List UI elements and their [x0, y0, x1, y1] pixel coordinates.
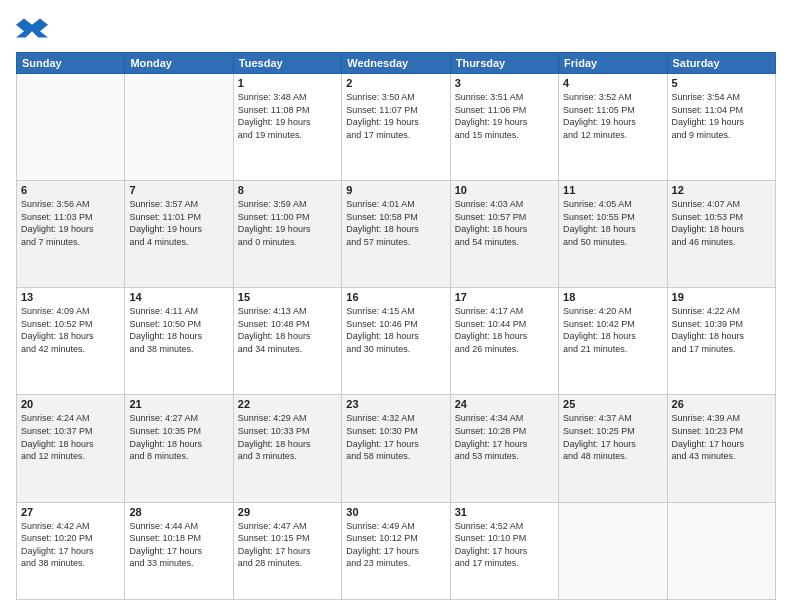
day-number: 25 — [563, 398, 662, 410]
day-number: 20 — [21, 398, 120, 410]
day-info: Sunrise: 3:51 AMSunset: 11:06 PMDaylight… — [455, 91, 554, 141]
calendar-cell: 18Sunrise: 4:20 AMSunset: 10:42 PMDaylig… — [559, 288, 667, 395]
weekday-header-wednesday: Wednesday — [342, 53, 450, 74]
calendar-cell: 13Sunrise: 4:09 AMSunset: 10:52 PMDaylig… — [17, 288, 125, 395]
calendar-cell: 25Sunrise: 4:37 AMSunset: 10:25 PMDaylig… — [559, 395, 667, 502]
day-info: Sunrise: 3:59 AMSunset: 11:00 PMDaylight… — [238, 198, 337, 248]
weekday-header-friday: Friday — [559, 53, 667, 74]
day-info: Sunrise: 4:44 AMSunset: 10:18 PMDaylight… — [129, 520, 228, 570]
calendar-cell: 30Sunrise: 4:49 AMSunset: 10:12 PMDaylig… — [342, 502, 450, 599]
day-number: 4 — [563, 77, 662, 89]
calendar-cell: 2Sunrise: 3:50 AMSunset: 11:07 PMDayligh… — [342, 74, 450, 181]
logo — [16, 12, 52, 44]
calendar-cell: 4Sunrise: 3:52 AMSunset: 11:05 PMDayligh… — [559, 74, 667, 181]
day-number: 2 — [346, 77, 445, 89]
day-info: Sunrise: 4:20 AMSunset: 10:42 PMDaylight… — [563, 305, 662, 355]
weekday-header-thursday: Thursday — [450, 53, 558, 74]
calendar-cell: 10Sunrise: 4:03 AMSunset: 10:57 PMDaylig… — [450, 181, 558, 288]
day-number: 10 — [455, 184, 554, 196]
calendar-cell: 27Sunrise: 4:42 AMSunset: 10:20 PMDaylig… — [17, 502, 125, 599]
day-number: 12 — [672, 184, 771, 196]
calendar-cell: 31Sunrise: 4:52 AMSunset: 10:10 PMDaylig… — [450, 502, 558, 599]
day-info: Sunrise: 4:37 AMSunset: 10:25 PMDaylight… — [563, 412, 662, 462]
day-info: Sunrise: 4:47 AMSunset: 10:15 PMDaylight… — [238, 520, 337, 570]
day-info: Sunrise: 4:32 AMSunset: 10:30 PMDaylight… — [346, 412, 445, 462]
day-number: 16 — [346, 291, 445, 303]
calendar-cell: 21Sunrise: 4:27 AMSunset: 10:35 PMDaylig… — [125, 395, 233, 502]
day-number: 15 — [238, 291, 337, 303]
weekday-header-sunday: Sunday — [17, 53, 125, 74]
day-info: Sunrise: 4:49 AMSunset: 10:12 PMDaylight… — [346, 520, 445, 570]
page: SundayMondayTuesdayWednesdayThursdayFrid… — [0, 0, 792, 612]
calendar-week-4: 20Sunrise: 4:24 AMSunset: 10:37 PMDaylig… — [17, 395, 776, 502]
day-info: Sunrise: 4:03 AMSunset: 10:57 PMDaylight… — [455, 198, 554, 248]
day-info: Sunrise: 4:05 AMSunset: 10:55 PMDaylight… — [563, 198, 662, 248]
day-number: 22 — [238, 398, 337, 410]
day-info: Sunrise: 4:39 AMSunset: 10:23 PMDaylight… — [672, 412, 771, 462]
header — [16, 12, 776, 44]
weekday-header-monday: Monday — [125, 53, 233, 74]
day-number: 18 — [563, 291, 662, 303]
calendar-week-5: 27Sunrise: 4:42 AMSunset: 10:20 PMDaylig… — [17, 502, 776, 599]
calendar-cell: 26Sunrise: 4:39 AMSunset: 10:23 PMDaylig… — [667, 395, 775, 502]
day-number: 28 — [129, 506, 228, 518]
day-info: Sunrise: 4:11 AMSunset: 10:50 PMDaylight… — [129, 305, 228, 355]
day-info: Sunrise: 4:27 AMSunset: 10:35 PMDaylight… — [129, 412, 228, 462]
calendar-week-3: 13Sunrise: 4:09 AMSunset: 10:52 PMDaylig… — [17, 288, 776, 395]
calendar-cell: 19Sunrise: 4:22 AMSunset: 10:39 PMDaylig… — [667, 288, 775, 395]
day-number: 27 — [21, 506, 120, 518]
day-number: 11 — [563, 184, 662, 196]
calendar-cell: 6Sunrise: 3:56 AMSunset: 11:03 PMDayligh… — [17, 181, 125, 288]
calendar-cell: 14Sunrise: 4:11 AMSunset: 10:50 PMDaylig… — [125, 288, 233, 395]
generalblue-icon — [16, 12, 48, 44]
calendar-cell: 20Sunrise: 4:24 AMSunset: 10:37 PMDaylig… — [17, 395, 125, 502]
day-info: Sunrise: 3:56 AMSunset: 11:03 PMDaylight… — [21, 198, 120, 248]
weekday-header-row: SundayMondayTuesdayWednesdayThursdayFrid… — [17, 53, 776, 74]
day-number: 3 — [455, 77, 554, 89]
day-info: Sunrise: 3:57 AMSunset: 11:01 PMDaylight… — [129, 198, 228, 248]
calendar-cell: 16Sunrise: 4:15 AMSunset: 10:46 PMDaylig… — [342, 288, 450, 395]
calendar-table: SundayMondayTuesdayWednesdayThursdayFrid… — [16, 52, 776, 600]
day-info: Sunrise: 4:13 AMSunset: 10:48 PMDaylight… — [238, 305, 337, 355]
weekday-header-saturday: Saturday — [667, 53, 775, 74]
calendar-cell: 9Sunrise: 4:01 AMSunset: 10:58 PMDayligh… — [342, 181, 450, 288]
day-info: Sunrise: 3:50 AMSunset: 11:07 PMDaylight… — [346, 91, 445, 141]
day-number: 13 — [21, 291, 120, 303]
day-number: 6 — [21, 184, 120, 196]
calendar-cell: 17Sunrise: 4:17 AMSunset: 10:44 PMDaylig… — [450, 288, 558, 395]
day-info: Sunrise: 4:22 AMSunset: 10:39 PMDaylight… — [672, 305, 771, 355]
calendar-week-1: 1Sunrise: 3:48 AMSunset: 11:08 PMDayligh… — [17, 74, 776, 181]
day-info: Sunrise: 4:42 AMSunset: 10:20 PMDaylight… — [21, 520, 120, 570]
day-info: Sunrise: 4:29 AMSunset: 10:33 PMDaylight… — [238, 412, 337, 462]
day-number: 17 — [455, 291, 554, 303]
calendar-cell — [17, 74, 125, 181]
calendar-cell: 15Sunrise: 4:13 AMSunset: 10:48 PMDaylig… — [233, 288, 341, 395]
calendar-cell: 7Sunrise: 3:57 AMSunset: 11:01 PMDayligh… — [125, 181, 233, 288]
day-number: 19 — [672, 291, 771, 303]
calendar-cell: 12Sunrise: 4:07 AMSunset: 10:53 PMDaylig… — [667, 181, 775, 288]
day-info: Sunrise: 4:09 AMSunset: 10:52 PMDaylight… — [21, 305, 120, 355]
calendar-cell: 8Sunrise: 3:59 AMSunset: 11:00 PMDayligh… — [233, 181, 341, 288]
day-number: 23 — [346, 398, 445, 410]
day-info: Sunrise: 3:48 AMSunset: 11:08 PMDaylight… — [238, 91, 337, 141]
calendar-cell: 23Sunrise: 4:32 AMSunset: 10:30 PMDaylig… — [342, 395, 450, 502]
day-info: Sunrise: 3:52 AMSunset: 11:05 PMDaylight… — [563, 91, 662, 141]
day-info: Sunrise: 3:54 AMSunset: 11:04 PMDaylight… — [672, 91, 771, 141]
day-number: 1 — [238, 77, 337, 89]
day-number: 31 — [455, 506, 554, 518]
day-info: Sunrise: 4:52 AMSunset: 10:10 PMDaylight… — [455, 520, 554, 570]
day-number: 21 — [129, 398, 228, 410]
day-info: Sunrise: 4:34 AMSunset: 10:28 PMDaylight… — [455, 412, 554, 462]
day-info: Sunrise: 4:15 AMSunset: 10:46 PMDaylight… — [346, 305, 445, 355]
calendar-cell: 28Sunrise: 4:44 AMSunset: 10:18 PMDaylig… — [125, 502, 233, 599]
calendar-cell: 24Sunrise: 4:34 AMSunset: 10:28 PMDaylig… — [450, 395, 558, 502]
calendar-cell — [125, 74, 233, 181]
day-info: Sunrise: 4:24 AMSunset: 10:37 PMDaylight… — [21, 412, 120, 462]
calendar-week-2: 6Sunrise: 3:56 AMSunset: 11:03 PMDayligh… — [17, 181, 776, 288]
day-number: 5 — [672, 77, 771, 89]
day-number: 26 — [672, 398, 771, 410]
day-number: 29 — [238, 506, 337, 518]
day-number: 7 — [129, 184, 228, 196]
calendar-cell: 22Sunrise: 4:29 AMSunset: 10:33 PMDaylig… — [233, 395, 341, 502]
day-number: 9 — [346, 184, 445, 196]
